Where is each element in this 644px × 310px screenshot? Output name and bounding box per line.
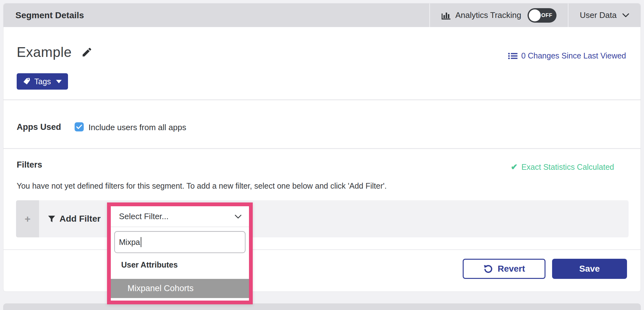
- card-header: Segment Details Analytics Tracking OFF: [3, 3, 641, 27]
- tags-button-label: Tags: [34, 77, 51, 86]
- add-filter-label: Add Filter: [59, 214, 101, 224]
- add-filter-plus-button[interactable]: +: [16, 200, 39, 237]
- success-check-icon: ✔: [511, 162, 518, 172]
- tag-icon: [23, 78, 31, 85]
- save-button-label: Save: [579, 264, 600, 274]
- chevron-down-icon: [235, 215, 241, 219]
- analytics-tracking-label: Analytics Tracking: [455, 10, 521, 20]
- revert-button-label: Revert: [498, 264, 525, 274]
- filters-heading: Filters: [17, 160, 42, 170]
- save-button[interactable]: Save: [552, 259, 627, 279]
- filter-select-control[interactable]: Select Filter...: [111, 206, 249, 227]
- segment-details-page: Segment Details Analytics Tracking OFF: [0, 0, 644, 310]
- caret-down-icon: [56, 80, 62, 83]
- section-divider: [3, 99, 641, 100]
- analytics-tracking-toggle[interactable]: OFF: [528, 8, 556, 23]
- exact-statistics-badge: ✔ Exact Statistics Calculated: [511, 162, 614, 172]
- exact-statistics-label: Exact Statistics Calculated: [521, 163, 614, 172]
- text-cursor: [141, 237, 141, 247]
- add-filter-button[interactable]: Add Filter: [48, 200, 101, 237]
- filter-search-value: Mixpa: [119, 238, 140, 247]
- filters-empty-message: You have not yet defined filters for thi…: [17, 181, 387, 191]
- include-all-apps-checkbox[interactable]: [75, 122, 84, 131]
- footer-divider: [3, 249, 641, 250]
- option-mixpanel-cohorts[interactable]: Mixpanel Cohorts: [111, 279, 249, 298]
- next-section-header-sliver: [3, 303, 641, 310]
- annotation-highlight-box: Select Filter... Mixpa User Attributes M…: [107, 202, 253, 304]
- apps-used-label: Apps Used: [17, 122, 61, 132]
- edit-pencil-icon[interactable]: [81, 47, 93, 58]
- user-data-label: User Data: [580, 10, 617, 20]
- section-divider: [3, 148, 641, 149]
- changes-link-label: 0 Changes Since Last Viewed: [521, 51, 626, 60]
- user-data-dropdown[interactable]: User Data: [568, 3, 641, 27]
- filter-select-menu: Mixpa User Attributes Mixpanel Cohorts: [111, 227, 249, 301]
- filter-select-placeholder: Select Filter...: [119, 212, 169, 221]
- segment-name: Example: [17, 44, 72, 60]
- option-group-header: User Attributes: [121, 260, 178, 269]
- changes-since-last-viewed-link[interactable]: 0 Changes Since Last Viewed: [508, 51, 626, 60]
- toggle-state-label: OFF: [541, 8, 552, 23]
- changelog-list-icon: [508, 53, 517, 59]
- include-all-apps-label: Include users from all apps: [88, 123, 186, 132]
- segment-name-row: Example: [17, 44, 93, 60]
- checkmark-icon: [76, 125, 82, 129]
- tags-button[interactable]: Tags: [17, 73, 68, 90]
- filter-search-input[interactable]: Mixpa: [114, 231, 246, 253]
- toggle-knob: [529, 9, 541, 21]
- undo-icon: [483, 264, 493, 274]
- page-title: Segment Details: [3, 10, 84, 20]
- bar-chart-icon: [441, 11, 451, 20]
- chevron-down-icon: [622, 13, 629, 17]
- analytics-tracking-group: Analytics Tracking OFF: [430, 3, 568, 27]
- revert-button[interactable]: Revert: [463, 259, 545, 279]
- filter-funnel-icon: [48, 215, 56, 223]
- segment-details-card: Segment Details Analytics Tracking OFF: [3, 3, 641, 292]
